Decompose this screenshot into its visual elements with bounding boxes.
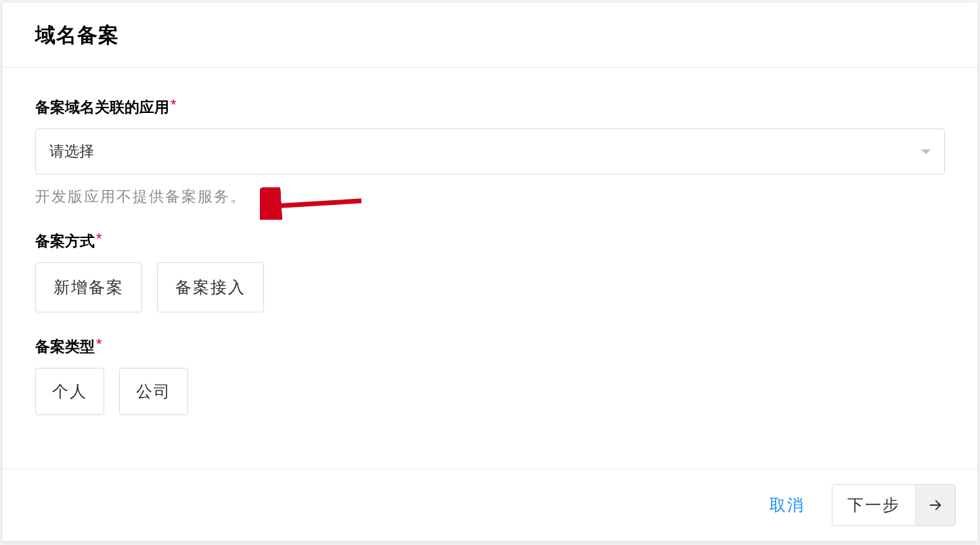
select-app[interactable]: 请选择 (35, 128, 945, 174)
modal-domain-filing: 域名备案 备案域名关联的应用* 请选择 开发版应用不提供备案服务。 备案方式* … (3, 3, 977, 541)
next-button-label: 下一步 (832, 485, 915, 525)
arrow-right-icon (915, 485, 955, 525)
modal-body: 备案域名关联的应用* 请选择 开发版应用不提供备案服务。 备案方式* 新增备案 … (3, 68, 977, 469)
modal-header: 域名备案 (3, 3, 977, 68)
required-mark: * (96, 230, 102, 247)
label-app: 备案域名关联的应用* (35, 97, 945, 118)
label-type-text: 备案类型 (35, 338, 95, 355)
form-group-method: 备案方式* 新增备案 备案接入 (35, 231, 945, 312)
options-type: 个人 公司 (35, 368, 945, 415)
option-type-company[interactable]: 公司 (119, 368, 188, 415)
required-mark: * (96, 335, 102, 352)
next-button[interactable]: 下一步 (832, 484, 956, 526)
label-app-text: 备案域名关联的应用 (35, 99, 169, 116)
chevron-down-icon (921, 149, 931, 154)
label-type: 备案类型* (35, 337, 945, 357)
option-method-access[interactable]: 备案接入 (157, 262, 264, 312)
cancel-button[interactable]: 取消 (770, 494, 805, 516)
helper-app: 开发版应用不提供备案服务。 (35, 187, 945, 207)
required-mark: * (171, 96, 177, 113)
modal-footer: 取消 下一步 (3, 469, 977, 541)
form-group-app: 备案域名关联的应用* 请选择 开发版应用不提供备案服务。 (35, 97, 945, 207)
select-app-placeholder: 请选择 (49, 141, 94, 162)
form-group-type: 备案类型* 个人 公司 (35, 337, 945, 415)
label-method: 备案方式* (35, 231, 945, 252)
option-method-new[interactable]: 新增备案 (35, 262, 142, 312)
option-type-personal[interactable]: 个人 (35, 368, 104, 415)
label-method-text: 备案方式 (35, 233, 95, 250)
options-method: 新增备案 备案接入 (35, 262, 945, 312)
modal-title: 域名备案 (35, 22, 945, 49)
